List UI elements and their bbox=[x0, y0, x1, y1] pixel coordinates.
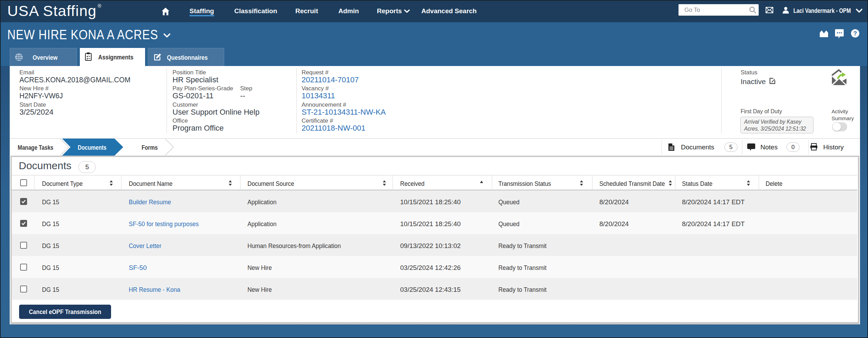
svg-text:?: ? bbox=[853, 30, 857, 37]
